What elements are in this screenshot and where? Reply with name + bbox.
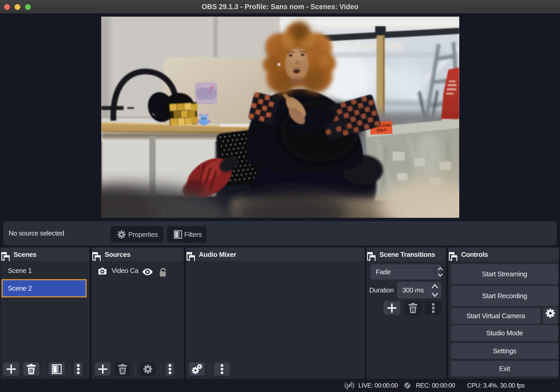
svg-text:ONLY: ONLY	[376, 128, 386, 132]
